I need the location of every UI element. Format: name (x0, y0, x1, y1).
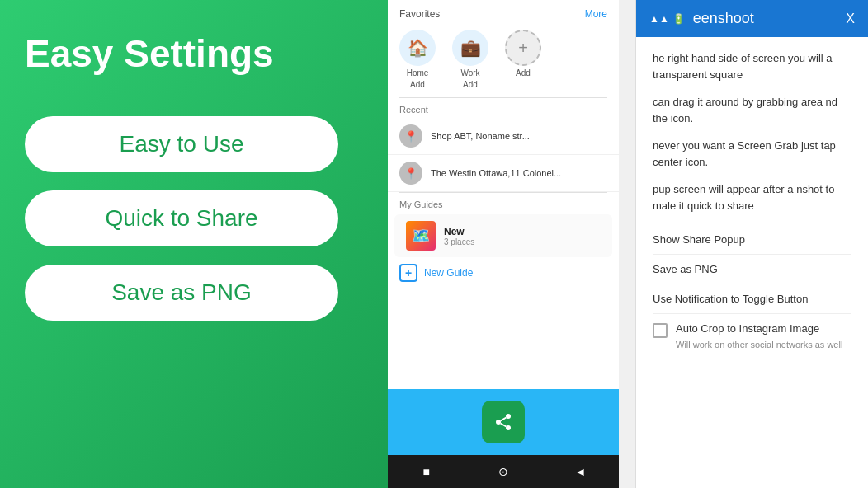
recent-icon-2: 📍 (399, 162, 422, 185)
wifi-icon: ▲▲ (649, 13, 669, 25)
recent-text-1: Shop ABT, Noname str... (431, 131, 530, 141)
recent-label: Recent (388, 98, 619, 118)
option-label-1: Show Share Popup (653, 233, 745, 246)
add-label: Add (516, 68, 531, 77)
save-as-png-button[interactable]: Save as PNG (25, 265, 338, 321)
fav-add[interactable]: + Add (505, 30, 541, 89)
more-button[interactable]: More (585, 8, 607, 20)
nav-back-button[interactable]: ◄ (568, 459, 592, 484)
new-guide-plus-icon: + (399, 264, 417, 282)
favorites-icons: 🏠 Home Add 💼 Work Add + Add (388, 25, 619, 97)
quick-to-share-button[interactable]: Quick to Share (25, 190, 338, 246)
option-label-3: Use Notification to Toggle Button (653, 293, 808, 305)
new-guide-row[interactable]: + New Guide (388, 257, 619, 289)
favorites-header: Favorites More (388, 0, 619, 25)
guide-thumb: 🗺️ (406, 221, 436, 251)
checkbox-label: Auto Crop to Instagram Image (676, 322, 819, 335)
svg-point-1 (496, 420, 501, 425)
svg-line-3 (501, 424, 507, 427)
my-guides-label: My Guides (388, 193, 619, 214)
guide-places: 3 places (444, 237, 474, 246)
share-button[interactable] (482, 401, 525, 443)
right-header: ▲▲ 🔋 eenshoot X (636, 0, 868, 37)
home-label: Home (407, 68, 429, 77)
guide-info: New 3 places (444, 226, 474, 246)
left-panel: Easy Settings Easy to Use Quick to Share… (0, 0, 388, 488)
status-icons: ▲▲ 🔋 (649, 13, 685, 25)
favorites-label: Favorites (399, 8, 440, 20)
easy-to-use-button[interactable]: Easy to Use (25, 116, 338, 172)
desc-4: pup screen will appear after a nshot to … (653, 181, 851, 214)
option-row-2[interactable]: Save as PNG (653, 255, 851, 284)
checkbox-row: Auto Crop to Instagram Image (653, 322, 851, 338)
fav-home[interactable]: 🏠 Home Add (399, 30, 436, 89)
recent-item-2[interactable]: 📍 The Westin Ottawa,11 Colonel... (388, 155, 619, 192)
phone-nav-bar: ■ ⊙ ◄ (388, 455, 619, 488)
app-title: Easy Settings (25, 33, 363, 75)
nav-home-button[interactable]: ⊙ (491, 459, 516, 484)
new-guide-label: New Guide (424, 267, 473, 279)
work-sub: Add (463, 80, 478, 89)
work-label: Work (460, 68, 479, 77)
recent-icon-1: 📍 (399, 124, 422, 148)
share-bar (388, 389, 619, 455)
guide-name: New (444, 226, 474, 237)
svg-point-0 (506, 414, 511, 419)
option-label-2: Save as PNG (653, 263, 718, 275)
battery-icon: 🔋 (672, 13, 685, 25)
right-content: he right hand side of screen you will a … (636, 37, 868, 488)
close-button[interactable]: X (846, 12, 855, 26)
checkbox-box[interactable] (653, 323, 668, 338)
checkbox-sub: Will work on other social networks as we… (676, 340, 851, 350)
fav-work[interactable]: 💼 Work Add (452, 30, 488, 89)
checkbox-item[interactable]: Auto Crop to Instagram Image Will work o… (653, 314, 851, 358)
home-sub: Add (410, 80, 425, 89)
add-icon: + (505, 30, 541, 66)
middle-panel: Favorites More 🏠 Home Add 💼 Work Add + A… (388, 0, 635, 488)
recent-text-2: The Westin Ottawa,11 Colonel... (431, 168, 561, 178)
phone-screen: Favorites More 🏠 Home Add 💼 Work Add + A… (388, 0, 619, 488)
work-icon: 💼 (452, 30, 488, 66)
desc-2: can drag it around by grabbing area nd t… (653, 94, 851, 126)
svg-line-4 (501, 418, 507, 421)
desc-1: he right hand side of screen you will a … (653, 50, 851, 82)
home-icon: 🏠 (399, 30, 436, 66)
desc-3: never you want a Screen Grab just tap ce… (653, 138, 851, 170)
guide-item[interactable]: 🗺️ New 3 places (394, 214, 612, 257)
option-row-1[interactable]: Show Share Popup (653, 225, 851, 255)
right-title: eenshoot (693, 10, 838, 27)
option-row-3[interactable]: Use Notification to Toggle Button (653, 284, 851, 314)
recent-item-1[interactable]: 📍 Shop ABT, Noname str... (388, 118, 619, 155)
nav-square-button[interactable]: ■ (414, 459, 439, 484)
phone-device: Favorites More 🏠 Home Add 💼 Work Add + A… (388, 0, 619, 488)
svg-point-2 (506, 425, 511, 430)
right-panel: ▲▲ 🔋 eenshoot X he right hand side of sc… (635, 0, 868, 488)
